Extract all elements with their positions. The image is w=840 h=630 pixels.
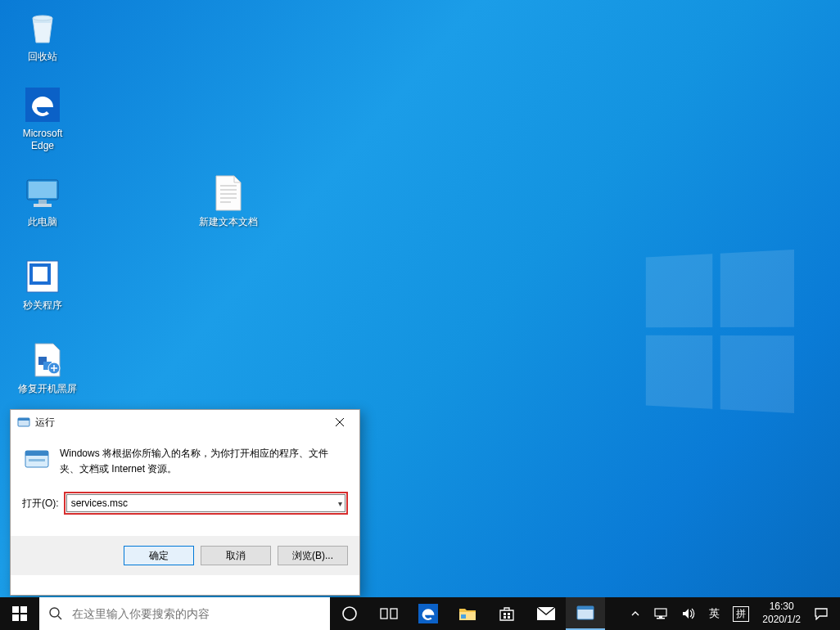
desktop-icon-recycle-bin[interactable]: 回收站	[11, 8, 74, 63]
taskbar: 英 拼 16:30 2020/1/2	[0, 597, 840, 630]
svg-rect-18	[18, 418, 29, 421]
task-view-button[interactable]	[369, 597, 409, 630]
svg-rect-41	[655, 609, 666, 616]
taskbar-app-mail[interactable]	[526, 597, 566, 630]
svg-rect-8	[33, 267, 47, 281]
svg-rect-30	[391, 609, 397, 619]
batch-file-icon	[28, 340, 67, 380]
run-dialog-icon	[576, 605, 594, 620]
svg-rect-35	[508, 613, 510, 615]
svg-rect-33	[461, 614, 466, 619]
browse-button[interactable]: 浏览(B)...	[278, 546, 348, 565]
svg-rect-37	[508, 616, 510, 619]
store-icon	[498, 605, 516, 623]
svg-rect-43	[657, 618, 665, 619]
svg-rect-29	[381, 609, 387, 619]
network-icon	[653, 607, 668, 620]
tray-network-button[interactable]	[647, 597, 675, 630]
svg-rect-21	[29, 459, 45, 461]
svg-rect-40	[577, 606, 594, 610]
open-input-highlight: ▾	[64, 492, 348, 515]
monitor-icon	[23, 173, 62, 213]
ime-language-button[interactable]: 英	[702, 597, 726, 630]
desktop-icon-label: 回收站	[28, 51, 57, 63]
svg-line-27	[58, 616, 61, 619]
svg-rect-24	[12, 614, 19, 621]
ok-button[interactable]: 确定	[124, 546, 194, 565]
desktop-icon-label: 修复开机黑屏	[18, 383, 77, 395]
recycle-bin-icon	[23, 8, 62, 47]
tray-volume-button[interactable]	[675, 597, 702, 630]
taskbar-app-explorer[interactable]	[448, 597, 487, 630]
windows-logo-icon	[12, 606, 27, 621]
desktop-icon-label: 新建文本文档	[199, 216, 258, 228]
run-dialog-description: Windows 将根据你所输入的名称，为你打开相应的程序、文件夹、文档或 Int…	[60, 446, 346, 477]
taskbar-search-input[interactable]	[72, 597, 330, 630]
open-label: 打开(O):	[22, 497, 59, 511]
run-dialog-titlebar[interactable]: 运行	[11, 410, 359, 434]
svg-point-28	[343, 607, 356, 620]
cortana-button[interactable]	[330, 597, 369, 630]
text-file-icon	[209, 173, 248, 213]
tray-overflow-button[interactable]	[624, 597, 647, 630]
notification-icon	[814, 607, 829, 620]
svg-rect-34	[504, 613, 506, 615]
svg-point-0	[33, 16, 52, 20]
taskbar-app-run[interactable]	[566, 597, 605, 630]
search-icon	[39, 606, 72, 621]
desktop-icon-label: 此电脑	[28, 216, 57, 228]
ime-language-label: 英	[709, 606, 720, 621]
system-tray: 英 拼 16:30 2020/1/2	[624, 597, 840, 630]
run-dialog-icon	[17, 416, 30, 429]
desktop-icon-fix-black-screen[interactable]: 修复开机黑屏	[11, 340, 84, 395]
close-button[interactable]	[321, 411, 358, 434]
svg-rect-23	[20, 606, 27, 613]
clock-date: 2020/1/2	[762, 614, 801, 627]
desktop-icon-label: 秒关程序	[23, 299, 62, 312]
taskbar-app-edge[interactable]	[409, 597, 448, 630]
desktop-icon-edge[interactable]: Microsoft Edge	[11, 85, 74, 152]
run-body-icon	[24, 446, 50, 472]
clock-time: 16:30	[770, 601, 794, 614]
taskbar-clock[interactable]: 16:30 2020/1/2	[756, 601, 807, 626]
svg-rect-25	[20, 614, 27, 621]
cancel-button[interactable]: 取消	[201, 546, 271, 565]
cortana-icon	[341, 605, 358, 622]
run-dialog-title: 运行	[35, 416, 321, 430]
edge-icon	[418, 604, 438, 623]
mail-icon	[536, 606, 556, 621]
taskbar-search[interactable]	[39, 597, 330, 630]
svg-rect-5	[34, 204, 52, 207]
svg-rect-4	[38, 200, 47, 204]
run-dialog: 运行 Windows 将根据你所输入的名称，为你打开相应的程序、文件夹、文档或 …	[10, 409, 360, 596]
desktop-icon-text-file[interactable]: 新建文本文档	[192, 173, 265, 228]
task-view-icon	[380, 606, 398, 621]
edge-icon	[23, 85, 62, 124]
svg-rect-36	[504, 616, 506, 619]
taskbar-app-store[interactable]	[487, 597, 526, 630]
svg-point-26	[50, 608, 59, 617]
run-dialog-footer: 确定 取消 浏览(B)...	[11, 536, 359, 575]
desktop-icon-this-pc[interactable]: 此电脑	[11, 173, 74, 228]
app-icon	[23, 257, 62, 296]
folder-icon	[458, 605, 476, 622]
svg-rect-42	[659, 616, 662, 618]
svg-rect-3	[29, 182, 56, 198]
chevron-up-icon	[630, 609, 640, 619]
ime-mode-label: 拼	[733, 606, 749, 622]
start-button[interactable]	[0, 597, 39, 630]
ime-mode-button[interactable]: 拼	[726, 597, 756, 630]
desktop-icon-label: Microsoft Edge	[11, 128, 74, 152]
svg-rect-20	[25, 451, 48, 456]
speaker-icon	[681, 607, 696, 620]
desktop-icon-shutdown-app[interactable]: 秒关程序	[11, 257, 74, 312]
open-input[interactable]	[66, 494, 345, 512]
svg-rect-22	[12, 606, 19, 613]
action-center-button[interactable]	[807, 597, 835, 630]
